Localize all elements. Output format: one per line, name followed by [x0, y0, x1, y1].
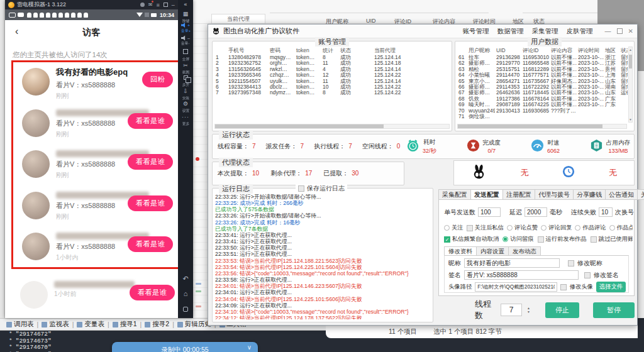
visitor-row[interactable]: 看片V：xs5888888刚刚看看是谁 [13, 104, 178, 145]
who-viewed-button[interactable]: 看看是谁 [128, 195, 173, 211]
option-作品评论[interactable]: 作品评论 [575, 224, 606, 232]
table-row[interactable]: 64小菜怡曦29114470116777571以前不懂…2023-10-…上海留… [457, 72, 628, 78]
table-row[interactable]: 66摄影师…29114353116722292以前不懂…2023-10-…湖南留… [457, 84, 628, 90]
message-icon[interactable]: ✉ [148, 2, 153, 8]
option-运行前发布作品[interactable]: 运行前发布作品 [538, 235, 587, 243]
option-关注后私信[interactable]: 关注后私信 [467, 224, 504, 232]
table-row[interactable]: 63精松25315751116812289以前不懂…2023-10-…贵州留痕成… [457, 67, 628, 72]
signature-input[interactable] [464, 270, 579, 280]
table-row[interactable]: 71倒垃圾… [457, 114, 628, 119]
who-viewed-button[interactable]: 看看是谁 [128, 236, 173, 252]
option-关注[interactable]: 关注 [444, 224, 464, 232]
sidebar-item-音量+[interactable]: +音量+ [178, 21, 193, 35]
visitor-row[interactable]: 看片V：xs5888888刚刚看看是谁 [13, 145, 178, 186]
option-评论点赞[interactable]: 评论点赞 [507, 224, 538, 232]
change-signature-checkbox[interactable] [584, 272, 591, 278]
table-row[interactable]: 67摄影师…26462636116718445以前不懂…2023-10-…山东运… [457, 90, 628, 96]
table-row[interactable]: 69晴天时…29087189116674225以前不懂…2023-10-…广东 [457, 102, 628, 107]
menu-item-3[interactable]: 皮肤管理 [567, 27, 593, 36]
sidebar-item-按键[interactable]: ▦按键 [178, 8, 193, 21]
user-hscrollbar[interactable] [457, 124, 627, 129]
send-count-input[interactable] [478, 207, 501, 217]
sidebar-item-全屏[interactable]: 全屏 [178, 47, 193, 60]
who-viewed-button[interactable]: 看看是谁 [130, 285, 175, 300]
android-recents-icon[interactable] [178, 305, 193, 313]
sidebar-item-设置[interactable]: ⚙设置 [178, 99, 193, 112]
sidebar-item-音量-[interactable]: –音量- [178, 34, 193, 47]
table-row[interactable]: 68饥炊19127386116678164以前不懂…2023-10-…广东 [457, 96, 628, 102]
table-row[interactable]: 313156326645rwkzl…token…4成功125.124.14 [214, 67, 450, 72]
emulator-titlebar[interactable]: 雷电模拟器-1 3.122 ✉ ≡ – × [5, 0, 193, 9]
minimize-icon[interactable]: – [172, 2, 175, 8]
menu-icon[interactable]: ≡ [156, 2, 159, 8]
table-row[interactable]: 719273957348ndymz…token…8成功125.124.22 [214, 90, 450, 96]
close-icon[interactable]: ✕ [628, 28, 633, 35]
sidebar-item-安装[interactable]: ⇩安装 [178, 85, 193, 99]
menu-item-2[interactable]: 采集管理 [532, 27, 558, 36]
pause-button[interactable]: 暂停 [593, 302, 635, 318]
save-log-checkbox[interactable] [298, 185, 304, 192]
tab-分享赚钱[interactable]: 分享赚钱 [574, 189, 606, 200]
fail-input[interactable] [599, 207, 613, 217]
change-avatar-checkbox[interactable] [560, 284, 567, 290]
radio-icon[interactable] [507, 225, 513, 231]
tab-发送配置[interactable]: 发送配置 [471, 189, 503, 200]
checkbox-icon[interactable] [591, 236, 597, 243]
table-row[interactable]: 519211554507uyulk…token…11成功125.124.14 [214, 79, 450, 84]
visitor-row[interactable]: 看片V：xs58888881小时内看看是谁 [13, 227, 178, 268]
checkbox-icon[interactable] [467, 225, 473, 231]
table-row[interactable]: 619232384413dbclz…token…10成功125.124.22 [214, 84, 450, 90]
who-viewed-button[interactable]: 看看是谁 [128, 113, 173, 129]
table-row[interactable]: 219232362752orghi…token…11成功125.124.18 [214, 60, 450, 66]
radio-icon[interactable] [575, 225, 580, 231]
delay-input[interactable] [525, 207, 547, 217]
log-output[interactable]: 22:33:25: 运行>开始读取数据/请耐心等待...22:33:25: 成功… [215, 194, 431, 319]
restore-icon[interactable] [164, 3, 168, 7]
radio-icon[interactable] [444, 225, 450, 231]
account-hscrollbar[interactable] [214, 124, 450, 129]
sidebar-item-截图[interactable]: ✂截图 [178, 60, 193, 73]
follow-back-button[interactable]: 回粉 [142, 72, 173, 87]
nickname-input[interactable] [464, 258, 560, 268]
tab-关于软件[interactable]: 关于软件 [638, 189, 644, 200]
boss-key-icon[interactable] [140, 3, 145, 7]
android-home-icon[interactable]: ⌂ [178, 290, 193, 297]
radio-selected-icon[interactable] [502, 236, 508, 242]
table-row[interactable]: 62摄影师…29129770116865548以前不懂…2023-10-…江苏留… [457, 60, 628, 66]
sidebar-item-更多[interactable]: ···更多 [178, 111, 193, 124]
minimize-icon[interactable]: — [605, 28, 611, 35]
sidebar-item-多开[interactable]: 多开 [178, 73, 193, 86]
debug-tab-搜寻1[interactable]: 搜寻1 [110, 320, 140, 329]
visitor-row[interactable]: 1小时前看看是谁 [11, 275, 178, 317]
option-跳过已使用账号[interactable]: 跳过已使用账号 [591, 235, 633, 243]
debug-tab-变量表[interactable]: 变量表 [74, 320, 107, 329]
table-row[interactable]: 61拉车29136298116953010以前不懂…2023-10-…浙江留痕成… [457, 55, 628, 60]
option-评论回复[interactable]: 评论回复 [541, 224, 572, 232]
change-nickname-checkbox[interactable] [568, 260, 574, 267]
menu-item-1[interactable]: 数据管理 [497, 27, 524, 36]
radio-icon[interactable] [609, 225, 615, 231]
debug-tab-监视表[interactable]: 监视表 [39, 320, 72, 329]
avatar-path-input[interactable] [475, 282, 557, 292]
menu-item-0[interactable]: 账号管理 [463, 27, 489, 36]
table-row[interactable]: 419233565346czhqz…token…12成功125.124.22 [214, 72, 450, 78]
maximize-icon[interactable] [617, 28, 623, 34]
checkbox-icon[interactable] [538, 236, 544, 243]
radio-icon[interactable] [541, 225, 547, 231]
table-row[interactable]: 70wuyuan249…29130413116930685???到了… [457, 108, 628, 114]
table-row[interactable]: 113280482978mqsgy…token…8成功125.124.14 [214, 55, 450, 60]
thread-count-input[interactable] [501, 304, 522, 316]
toast-collapse-icon[interactable]: ∨ [247, 344, 252, 351]
debug-tab-调用表[interactable]: 调用表 [4, 320, 36, 329]
option-作品点赞[interactable]: 作品点赞 [609, 224, 633, 232]
option-私信频繁自动取消[interactable]: ✓私信频繁自动取消 [444, 235, 499, 243]
recording-toast[interactable]: 录制中 00:00:55 ∨ [112, 342, 258, 352]
option-访问留痕[interactable]: 访问留痕 [502, 235, 533, 243]
app-titlebar[interactable]: 图虫自动化推广协议软件 账号管理数据管理采集管理皮肤管理 — ✕ [208, 25, 637, 38]
visitor-row[interactable]: 我有好看的电影epq看片V：xs5888888刚刚回粉 [13, 62, 178, 104]
user-vscrollbar[interactable]: ▲▼ [628, 47, 633, 123]
visitor-row[interactable]: 看片V：xs5888888刚刚看看是谁 [13, 186, 178, 228]
choose-file-button[interactable]: 选择文件 [596, 282, 626, 292]
tab-注册配置[interactable]: 注册配置 [503, 189, 535, 200]
tab-采集配置[interactable]: 采集配置 [438, 189, 471, 200]
